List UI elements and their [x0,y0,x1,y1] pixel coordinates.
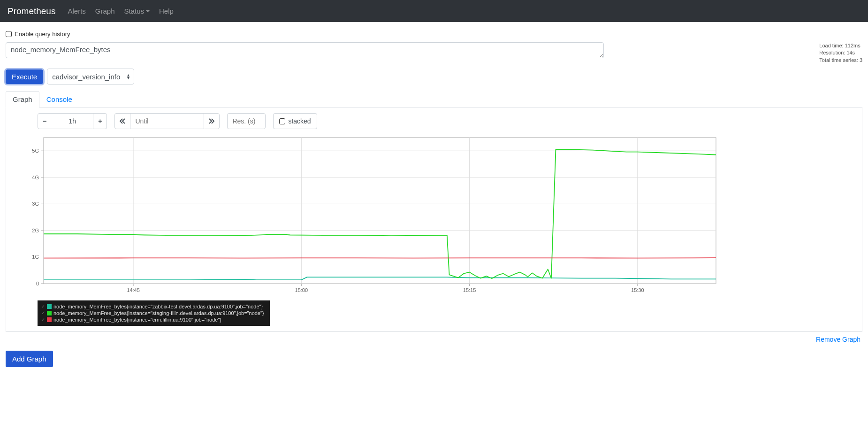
chevron-down-icon [146,10,150,12]
chart[interactable]: 01G2G3G4G5G14:4515:0015:1515:30 [12,136,856,298]
enable-query-history[interactable]: Enable query history [6,28,862,42]
range-increase-button[interactable]: + [93,113,107,129]
nav-status-label: Status [124,7,145,15]
rewind-icon [120,118,125,124]
svg-text:15:00: 15:00 [295,287,308,293]
stat-series: Total time series: 3 [819,57,862,64]
brand[interactable]: Prometheus [8,6,55,16]
legend-item[interactable]: ✓node_memory_MemFree_bytes{instance="crm… [41,316,264,323]
svg-text:15:15: 15:15 [463,287,476,293]
legend: ✓node_memory_MemFree_bytes{instance="zab… [38,300,270,326]
query-stats: Load time: 112ms Resolution: 14s Total t… [810,42,862,64]
checkbox-icon [279,118,285,124]
legend-swatch [47,311,52,315]
navbar: Prometheus Alerts Graph Status Help [0,0,868,22]
until-input[interactable] [130,113,204,129]
nav-graph[interactable]: Graph [91,3,120,19]
legend-item[interactable]: ✓node_memory_MemFree_bytes{instance="sta… [41,310,264,316]
tab-graph[interactable]: Graph [6,91,39,108]
checkbox-icon[interactable] [6,31,12,37]
check-icon: ✓ [41,303,45,310]
time-forward-button[interactable] [204,113,220,129]
svg-text:5G: 5G [32,148,39,154]
stacked-toggle[interactable]: stacked [273,113,317,129]
nav-help[interactable]: Help [154,3,178,19]
range-input[interactable] [51,113,93,129]
svg-text:14:45: 14:45 [127,287,140,293]
time-group [114,113,220,129]
nav-alerts[interactable]: Alerts [63,3,90,19]
svg-text:3G: 3G [32,201,39,207]
svg-rect-0 [44,138,716,284]
chart-svg: 01G2G3G4G5G14:4515:0015:1515:30 [12,136,718,298]
legend-swatch [47,304,52,309]
stacked-label: stacked [288,117,311,125]
legend-label: node_memory_MemFree_bytes{instance="crm.… [53,316,221,323]
legend-label: node_memory_MemFree_bytes{instance="stag… [53,310,264,316]
svg-text:1G: 1G [32,254,39,260]
resolution-input[interactable] [227,113,266,129]
stat-load: Load time: 112ms [819,42,862,49]
time-back-button[interactable] [114,113,130,129]
legend-item[interactable]: ✓node_memory_MemFree_bytes{instance="zab… [41,303,264,310]
enable-query-history-label: Enable query history [15,31,70,38]
range-group: − + [38,113,107,129]
legend-swatch [47,317,52,322]
svg-text:15:30: 15:30 [631,287,644,293]
svg-text:0: 0 [36,281,39,286]
remove-graph-link[interactable]: Remove Graph [816,336,860,343]
svg-text:2G: 2G [32,228,39,233]
fast-forward-icon [209,118,214,124]
svg-text:4G: 4G [32,175,39,180]
tabs: Graph Console [6,91,862,108]
tab-console[interactable]: Console [39,91,79,108]
legend-label: node_memory_MemFree_bytes{instance="zabb… [53,303,263,310]
expression-input[interactable] [6,42,604,58]
execute-button[interactable]: Execute [6,69,43,84]
add-graph-button[interactable]: Add Graph [6,351,53,367]
nav-status[interactable]: Status [120,3,155,19]
check-icon: ✓ [41,316,45,323]
metric-select[interactable]: cadvisor_version_info [47,69,134,85]
range-decrease-button[interactable]: − [38,113,52,129]
check-icon: ✓ [41,310,45,316]
stat-resolution: Resolution: 14s [819,49,862,56]
